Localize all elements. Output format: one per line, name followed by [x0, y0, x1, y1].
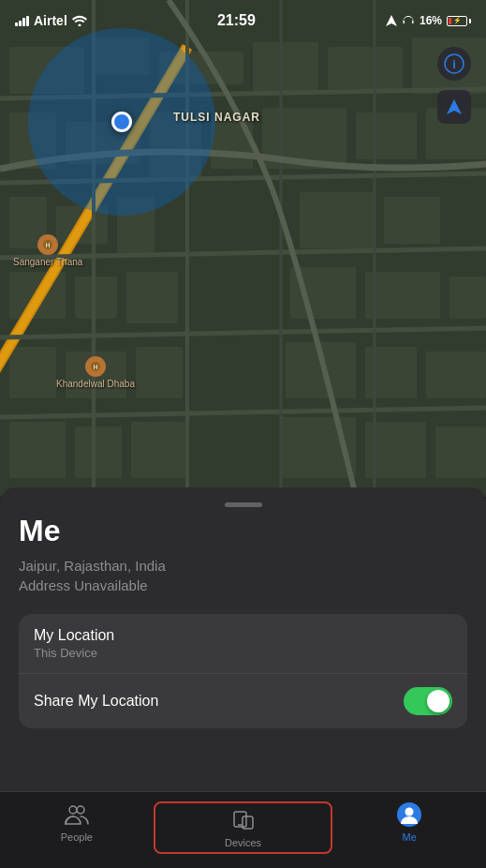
share-location-label: Share My Location: [34, 693, 158, 710]
svg-point-51: [405, 808, 414, 816]
signal-bar-3: [22, 18, 25, 26]
location-card: My Location This Device Share My Locatio…: [19, 614, 467, 728]
location-active-icon: [386, 15, 397, 26]
svg-text:H: H: [93, 364, 97, 370]
drag-indicator: [225, 502, 262, 507]
map-view[interactable]: TULSI NAGAR H Sanganer Thana H Khandelwa…: [0, 0, 486, 497]
poi-label-2: Khandelwal Dhaba: [56, 379, 135, 389]
devices-tab-icon: [230, 807, 257, 833]
share-location-toggle[interactable]: [404, 687, 452, 715]
address-block: Jaipur, Rajasthan, India Address Unavail…: [19, 556, 467, 595]
svg-rect-23: [126, 272, 178, 323]
map-area-label: TULSI NAGAR: [173, 111, 260, 124]
svg-rect-27: [9, 347, 56, 398]
toggle-thumb: [427, 690, 449, 712]
my-location-sublabel: This Device: [34, 646, 452, 660]
me-tab-icon: [396, 801, 422, 828]
info-icon: i: [444, 53, 464, 74]
wifi-icon: [72, 15, 87, 26]
svg-point-0: [78, 24, 81, 27]
svg-rect-19: [300, 192, 375, 248]
devices-tab-label: Devices: [225, 837, 261, 848]
poi-icon-1: H: [37, 234, 58, 255]
svg-rect-20: [384, 197, 440, 244]
status-time: 21:59: [217, 12, 256, 29]
svg-rect-22: [75, 277, 117, 319]
svg-rect-33: [9, 422, 66, 478]
svg-rect-31: [365, 347, 417, 398]
map-poi-2: H Khandelwal Dhaba: [56, 356, 135, 389]
tab-bar: People Devices Me: [0, 791, 486, 868]
svg-rect-26: [449, 277, 486, 319]
svg-point-46: [77, 806, 84, 814]
svg-point-45: [69, 806, 77, 814]
my-location-row[interactable]: My Location This Device: [19, 614, 467, 674]
tab-people[interactable]: People: [0, 801, 154, 843]
address-line-2: Address Unavailable: [19, 576, 467, 595]
location-dot: [111, 112, 132, 132]
map-info-button[interactable]: i: [437, 47, 471, 81]
svg-rect-25: [365, 272, 440, 319]
status-left: Airtel: [15, 13, 87, 28]
me-tab-label: Me: [403, 831, 417, 843]
tab-devices[interactable]: Devices: [154, 801, 333, 854]
svg-rect-38: [435, 427, 486, 478]
share-location-row[interactable]: Share My Location: [19, 674, 467, 728]
tab-me[interactable]: Me: [332, 801, 486, 843]
headphone-icon: [402, 15, 415, 26]
map-location-button[interactable]: [437, 90, 471, 124]
svg-rect-34: [75, 427, 122, 478]
carrier-label: Airtel: [34, 13, 67, 28]
signal-bar-1: [15, 22, 18, 26]
navigation-icon: [445, 97, 464, 116]
svg-text:H: H: [46, 242, 51, 248]
map-poi-1: H Sanganer Thana: [13, 234, 82, 267]
battery-percent: 16%: [420, 14, 442, 27]
address-line-1: Jaipur, Rajasthan, India: [19, 556, 467, 576]
status-bar: Airtel 21:59 16% ⚡: [0, 0, 486, 41]
my-location-label: My Location: [34, 627, 452, 644]
svg-rect-6: [253, 42, 318, 94]
svg-rect-32: [426, 352, 486, 398]
battery-indicator: ⚡: [447, 16, 471, 26]
people-tab-label: People: [61, 831, 93, 843]
svg-rect-29: [136, 347, 183, 398]
svg-text:i: i: [452, 57, 456, 71]
status-right: 16% ⚡: [386, 14, 471, 27]
svg-rect-7: [328, 47, 403, 89]
signal-bar-2: [19, 21, 22, 26]
panel-title: Me: [19, 514, 467, 548]
signal-bars: [15, 16, 29, 26]
poi-icon-2: H: [85, 356, 106, 377]
people-tab-icon: [64, 801, 90, 828]
svg-rect-14: [356, 112, 417, 159]
signal-bar-4: [26, 16, 29, 26]
svg-rect-35: [131, 422, 187, 478]
poi-label-1: Sanganer Thana: [13, 257, 82, 267]
